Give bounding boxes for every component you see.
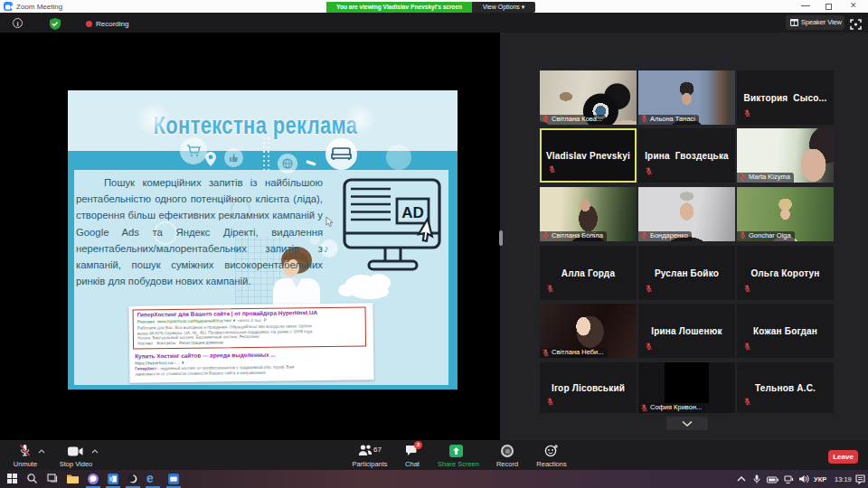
svg-text:AD: AD (401, 204, 424, 221)
